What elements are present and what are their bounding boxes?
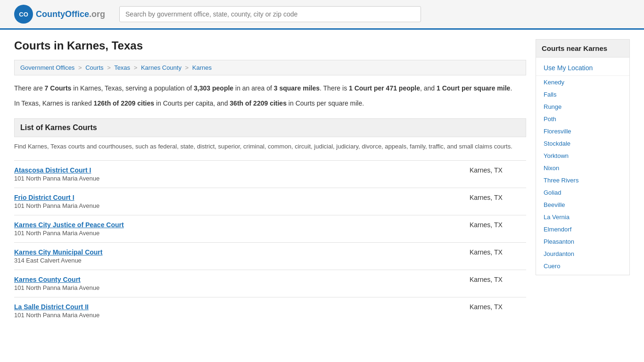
use-location-link[interactable]: Use My Location bbox=[544, 64, 593, 72]
sidebar-nearby-link[interactable]: Stockdale bbox=[544, 140, 570, 147]
court-address: 314 East Calvert Avenue bbox=[14, 257, 102, 264]
court-address: 101 North Panna Maria Avenue bbox=[14, 284, 99, 291]
sidebar-nearby-link[interactable]: Beeville bbox=[544, 201, 565, 208]
sidebar-nearby-link[interactable]: Kenedy bbox=[544, 79, 564, 86]
sidebar-nearby-item[interactable]: Three Rivers bbox=[536, 174, 629, 186]
court-location: Karnes, TX bbox=[470, 248, 503, 256]
site-header: CO CountyOffice.org bbox=[0, 0, 644, 30]
sidebar-nearby-item[interactable]: Elmendorf bbox=[536, 223, 629, 235]
sidebar-nearby-item[interactable]: La Vernia bbox=[536, 211, 629, 223]
court-name-link[interactable]: Karnes City Justice of Peace Court bbox=[14, 221, 124, 229]
sidebar-nearby-link[interactable]: Floresville bbox=[544, 128, 571, 135]
court-location: Karnes, TX bbox=[470, 194, 503, 201]
svg-text:CO: CO bbox=[19, 11, 28, 18]
description-text: There are 7 Courts in Karnes, Texas, ser… bbox=[14, 83, 526, 93]
sidebar-nearby-item[interactable]: Floresville bbox=[536, 125, 629, 137]
sidebar-nearby-link[interactable]: Runge bbox=[544, 103, 561, 110]
court-location: Karnes, TX bbox=[470, 276, 503, 283]
sidebar-nearby-link[interactable]: Yorktown bbox=[544, 152, 569, 159]
sidebar-nearby-item[interactable]: Nixon bbox=[536, 162, 629, 174]
court-location: Karnes, TX bbox=[470, 166, 503, 174]
logo-text: CountyOffice.org bbox=[36, 9, 105, 19]
court-item: Karnes City Justice of Peace Court 101 N… bbox=[14, 215, 526, 242]
court-name-link[interactable]: Karnes County Court bbox=[14, 276, 81, 283]
sidebar-nearby-link[interactable]: Poth bbox=[544, 115, 556, 123]
court-name-link[interactable]: Karnes City Municipal Court bbox=[14, 248, 102, 256]
sidebar-nearby-item[interactable]: Poth bbox=[536, 113, 629, 125]
courts-list: Atascosa District Court I 101 North Pann… bbox=[14, 160, 526, 324]
sidebar-nearby-link[interactable]: Falls bbox=[544, 91, 556, 98]
page-title: Courts in Karnes, Texas bbox=[14, 39, 526, 52]
sidebar-title: Courts near Karnes bbox=[536, 39, 630, 58]
sidebar-nearby-link[interactable]: Elmendorf bbox=[544, 226, 571, 233]
sidebar-nearby-link[interactable]: Jourdanton bbox=[544, 250, 574, 257]
sidebar-nearby-item[interactable]: Falls bbox=[536, 88, 629, 100]
ranking-text: In Texas, Karnes is ranked 126th of 2209… bbox=[14, 98, 526, 108]
content-area: Courts in Karnes, Texas Government Offic… bbox=[14, 39, 526, 324]
logo-icon: CO bbox=[14, 5, 33, 24]
court-address: 101 North Panna Maria Avenue bbox=[14, 175, 99, 182]
breadcrumb-link-gov[interactable]: Government Offices bbox=[20, 64, 74, 71]
court-location: Karnes, TX bbox=[470, 221, 503, 229]
sidebar-nearby-item[interactable]: Pleasanton bbox=[536, 235, 629, 247]
logo[interactable]: CO CountyOffice.org bbox=[14, 5, 105, 24]
court-item: Frio District Court I 101 North Panna Ma… bbox=[14, 188, 526, 215]
main-container: Courts in Karnes, Texas Government Offic… bbox=[0, 30, 644, 334]
court-item: Karnes County Court 101 North Panna Mari… bbox=[14, 270, 526, 297]
list-heading: List of Karnes Courts bbox=[14, 118, 526, 137]
sidebar-nearby-item[interactable]: Stockdale bbox=[536, 137, 629, 149]
breadcrumb: Government Offices > Courts > Texas > Ka… bbox=[14, 60, 526, 75]
breadcrumb-link-karnes[interactable]: Karnes bbox=[192, 64, 212, 71]
sidebar-nearby-item[interactable]: Goliad bbox=[536, 186, 629, 198]
sidebar-nearby-link[interactable]: Pleasanton bbox=[544, 238, 574, 245]
use-location-item[interactable]: Use My Location bbox=[536, 60, 629, 76]
court-location: Karnes, TX bbox=[470, 303, 503, 311]
sidebar-nearby-item[interactable]: Runge bbox=[536, 100, 629, 113]
sidebar: Courts near Karnes Use My Location Kened… bbox=[536, 39, 630, 324]
court-item: Karnes City Municipal Court 314 East Cal… bbox=[14, 242, 526, 270]
search-input[interactable] bbox=[119, 6, 421, 22]
sidebar-nearby-link[interactable]: Three Rivers bbox=[544, 177, 578, 184]
court-address: 101 North Panna Maria Avenue bbox=[14, 202, 99, 209]
sidebar-nearby-item[interactable]: Beeville bbox=[536, 198, 629, 211]
sidebar-nearby-link[interactable]: La Vernia bbox=[544, 214, 570, 221]
court-item: La Salle District Court II 101 North Pan… bbox=[14, 297, 526, 324]
sidebar-nearby-link[interactable]: Cuero bbox=[544, 263, 560, 270]
court-name-link[interactable]: Atascosa District Court I bbox=[14, 166, 91, 174]
sidebar-nearby-item[interactable]: Cuero bbox=[536, 260, 629, 272]
court-address: 101 North Panna Maria Avenue bbox=[14, 312, 99, 319]
court-name-link[interactable]: Frio District Court I bbox=[14, 194, 74, 201]
list-description: Find Karnes, Texas courts and courthouse… bbox=[14, 142, 526, 151]
court-name-link[interactable]: La Salle District Court II bbox=[14, 303, 89, 311]
breadcrumb-link-texas[interactable]: Texas bbox=[114, 64, 130, 71]
court-address: 101 North Panna Maria Avenue bbox=[14, 230, 124, 237]
sidebar-nearby-item[interactable]: Jourdanton bbox=[536, 247, 629, 260]
court-item: Atascosa District Court I 101 North Pann… bbox=[14, 160, 526, 188]
breadcrumb-link-courts[interactable]: Courts bbox=[85, 64, 103, 71]
sidebar-list: Use My Location KenedyFallsRungePothFlor… bbox=[536, 58, 630, 275]
sidebar-nearby-link[interactable]: Goliad bbox=[544, 189, 561, 196]
sidebar-nearby-link[interactable]: Nixon bbox=[544, 165, 559, 172]
sidebar-nearby-item[interactable]: Kenedy bbox=[536, 76, 629, 88]
sidebar-nearby-item[interactable]: Yorktown bbox=[536, 149, 629, 162]
breadcrumb-link-county[interactable]: Karnes County bbox=[141, 64, 182, 71]
